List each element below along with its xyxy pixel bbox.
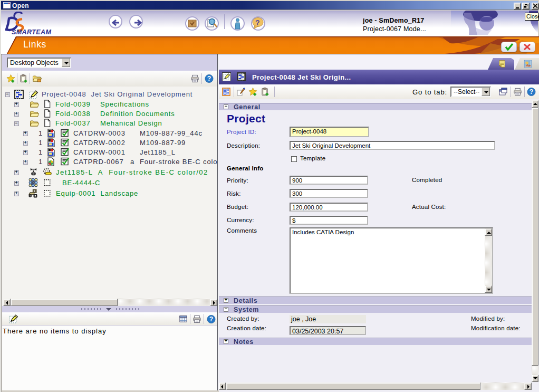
- svg-text:?: ?: [255, 18, 260, 27]
- svg-text:SMARTEAM: SMARTEAM: [12, 28, 51, 36]
